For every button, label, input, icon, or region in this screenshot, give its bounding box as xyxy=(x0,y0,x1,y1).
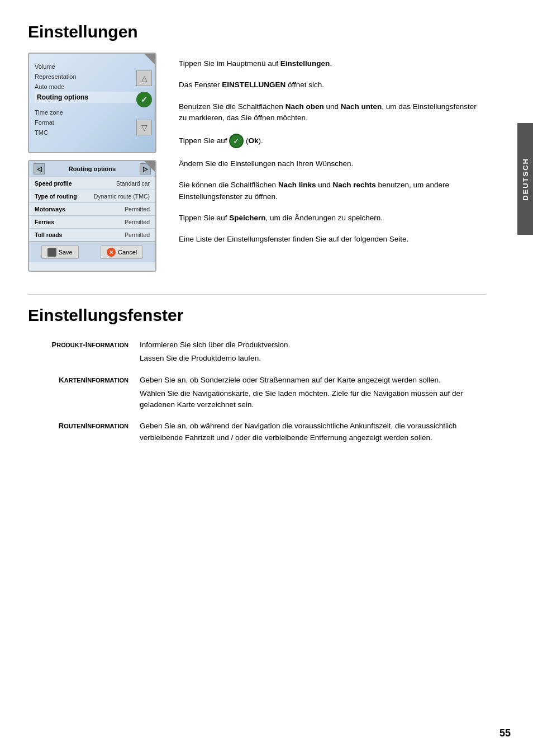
produkt-info-item-1: Informieren Sie sich über die Produktver… xyxy=(140,339,480,351)
karten-info-item-1: Geben Sie an, ob Sonderziele oder Straße… xyxy=(140,375,480,386)
karten-info-item-2: Wählen Sie die Navigationskarte, die Sie… xyxy=(140,388,480,411)
settings-row-produkt: PRODUKT-INFORMATION Informieren Sie sich… xyxy=(28,336,486,371)
instruction-4: Tippen Sie auf (Ok). xyxy=(179,134,486,148)
cancel-icon: ✕ xyxy=(107,248,116,257)
ok-icon-inline xyxy=(229,134,244,148)
instruction-7: Tippen Sie auf Speichern, um die Änderun… xyxy=(179,212,486,224)
save-icon xyxy=(47,248,56,257)
screen2-inner: ◁ Routing options ▷ Speed profile Standa… xyxy=(29,161,155,271)
type-of-routing-value: Dynamic route (TMC) xyxy=(94,193,150,200)
instruction-2: Das Fenster EINSTELLUNGEN öffnet sich. xyxy=(179,79,486,91)
save-label: Save xyxy=(59,249,73,256)
corner-decoration xyxy=(144,54,155,65)
section2-title: Einstellungsfenster xyxy=(28,306,486,325)
page-number: 55 xyxy=(499,727,511,739)
toll-roads-value: Permitted xyxy=(125,231,150,238)
screen2-row-ferries: Ferries Permitted xyxy=(29,216,155,229)
device-screen-2: ◁ Routing options ▷ Speed profile Standa… xyxy=(28,160,156,272)
screen2-row-motorways: Motorways Permitted xyxy=(29,203,155,216)
ok-button-screen1[interactable]: ✓ xyxy=(136,92,152,107)
device-screen-1: Volume Representation Auto mode Routing … xyxy=(28,53,156,153)
header-arrow-left[interactable]: ◁ xyxy=(34,163,45,174)
instruction-3: Benutzen Sie die Schaltflächen Nach oben… xyxy=(179,101,486,124)
side-tab: DEUTSCH xyxy=(517,123,533,235)
nav-down-arrow[interactable]: ▽ xyxy=(136,120,152,135)
screen2-footer: Save ✕ Cancel xyxy=(29,242,155,262)
menu-item-timezone: Time zone xyxy=(35,107,150,117)
menu-item-routing-options[interactable]: Routing options xyxy=(35,92,150,103)
instruction-5: Ändern Sie die Einstellungen nach Ihren … xyxy=(179,158,486,169)
section-divider xyxy=(28,294,486,295)
screen2-header-title: Routing options xyxy=(69,166,116,172)
menu-item-representation: Representation xyxy=(35,72,150,82)
menu-item-tmc: TMC xyxy=(35,127,150,138)
corner-decoration-2 xyxy=(144,161,155,172)
routen-info-heading: ROUTENINFORMATION xyxy=(28,417,140,450)
nav-up-arrow[interactable]: △ xyxy=(136,70,152,86)
karten-info-label: KARTENINFORMATION xyxy=(59,376,129,384)
side-tab-label: DEUTSCH xyxy=(521,158,530,201)
routen-info-item-1: Geben Sie an, ob während der Navigation … xyxy=(140,420,480,443)
settings-table: PRODUKT-INFORMATION Informieren Sie sich… xyxy=(28,336,486,450)
speed-profile-label: Speed profile xyxy=(35,180,72,187)
screen1-inner: Volume Representation Auto mode Routing … xyxy=(29,54,155,152)
karten-info-content: Geben Sie an, ob Sonderziele oder Straße… xyxy=(140,371,486,418)
produkt-info-content: Informieren Sie sich über die Produktver… xyxy=(140,336,486,371)
motorways-value: Permitted xyxy=(125,206,150,212)
ferries-value: Permitted xyxy=(125,219,150,225)
produkt-info-item-2: Lassen Sie die Produktdemo laufen. xyxy=(140,353,480,364)
ferries-label: Ferries xyxy=(35,219,54,225)
produkt-info-label: PRODUKT-INFORMATION xyxy=(52,341,129,349)
routen-info-label: ROUTENINFORMATION xyxy=(59,422,129,430)
screen2-row-speed: Speed profile Standard car xyxy=(29,177,155,190)
menu-item-volume: Volume xyxy=(35,62,150,72)
screen2-row-routing: Type of routing Dynamic route (TMC) xyxy=(29,190,155,203)
instruction-1: Tippen Sie im Hauptmenü auf Einstellunge… xyxy=(179,58,486,69)
screenshots-column: Volume Representation Auto mode Routing … xyxy=(28,53,162,272)
type-of-routing-label: Type of routing xyxy=(35,193,77,200)
menu-item-format: Format xyxy=(35,117,150,127)
settings-row-routen: ROUTENINFORMATION Geben Sie an, ob währe… xyxy=(28,417,486,450)
cancel-label: Cancel xyxy=(118,249,137,256)
instruction-8: Eine Liste der Einstellungsfenster finde… xyxy=(179,234,486,245)
produkt-info-heading: PRODUKT-INFORMATION xyxy=(28,336,140,371)
instructions-column: Tippen Sie im Hauptmenü auf Einstellunge… xyxy=(179,53,486,272)
section1-title: Einstellungen xyxy=(28,22,486,41)
screen2-row-toll: Toll roads Permitted xyxy=(29,229,155,242)
routen-info-content: Geben Sie an, ob während der Navigation … xyxy=(140,417,486,450)
speed-profile-value: Standard car xyxy=(116,180,150,187)
instruction-6: Sie können die Schaltflächen Nach links … xyxy=(179,179,486,202)
karten-info-heading: KARTENINFORMATION xyxy=(28,371,140,418)
settings-row-karten: KARTENINFORMATION Geben Sie an, ob Sonde… xyxy=(28,371,486,418)
motorways-label: Motorways xyxy=(35,206,65,212)
toll-roads-label: Toll roads xyxy=(35,231,62,238)
screen2-header: ◁ Routing options ▷ xyxy=(29,161,155,177)
cancel-button-screen2[interactable]: ✕ Cancel xyxy=(101,245,143,259)
menu-item-automode: Auto mode xyxy=(35,82,150,92)
save-button-screen2[interactable]: Save xyxy=(41,245,79,259)
top-section: Volume Representation Auto mode Routing … xyxy=(28,53,486,272)
section2: Einstellungsfenster PRODUKT-INFORMATION … xyxy=(28,306,486,450)
